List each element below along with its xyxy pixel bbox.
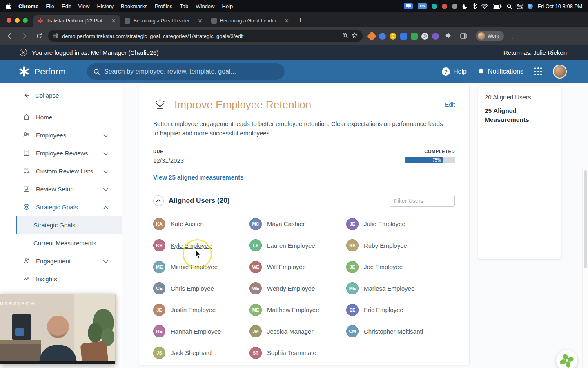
menubar-app-name[interactable]: Chrome [18,3,38,9]
minimize-window-button[interactable] [15,18,20,23]
close-window-button[interactable] [7,18,11,23]
user-item[interactable]: STSophia Teammate [249,347,346,359]
back-button[interactable] [4,30,16,42]
search-input[interactable] [104,68,278,75]
menubar-menu-window[interactable]: Window [196,3,214,9]
extension-icon-green[interactable] [411,33,418,40]
tab-close-icon[interactable]: ✕ [111,18,116,24]
menubar-clock[interactable]: Fri Oct 10 3:08 PM [538,3,582,9]
menubar-menu-edit[interactable]: Edit [62,3,71,9]
menubar-menu-bookmarks[interactable]: Bookmarks [121,3,147,9]
user-item[interactable]: CEChris Employee [153,282,249,294]
extension-icon-globe[interactable] [421,33,428,40]
user-item[interactable]: EEEric Employee [346,304,455,316]
tab-close-icon[interactable]: ✕ [198,18,203,24]
sidebar-item-engagement[interactable]: Engagement [0,252,122,270]
url-bar[interactable]: demo.perform.trakstar.com/strategic_goal… [48,30,363,42]
aligned-measurements-count[interactable]: 25 Aligned Measurements [485,106,534,125]
user-item[interactable]: WEWill Employee [249,261,346,273]
sidebar-item-employee-reviews[interactable]: Employee Reviews [0,144,122,162]
edit-goal-link[interactable]: Edit [445,101,455,108]
browser-menu-icon[interactable]: ⋮ [507,30,519,42]
control-center-icon[interactable] [517,4,523,9]
global-search[interactable] [87,63,285,80]
return-as-link[interactable]: Return as: Julie Rieken [503,49,567,56]
user-item[interactable]: KAKate Austen [153,218,249,230]
user-item[interactable]: CMChristopher Moltisanti [346,325,455,337]
browser-profile-chip[interactable]: Work [476,31,504,41]
zoom-page-icon[interactable] [342,32,348,40]
tab-trakstar-perform[interactable]: Trakstar Perform | 22 Platform ✕ [33,15,120,27]
extension-icon-orange[interactable] [367,31,376,41]
sidebar-item-strategic-goals[interactable]: Strategic Goals [0,198,122,216]
user-item[interactable]: LELauren Employee [249,239,346,251]
user-item[interactable]: RERuby Employee [346,239,455,251]
webcam-video-overlay[interactable]: MITRATECH [0,294,116,364]
sidebar-subitem-strategic-goals[interactable]: Strategic Goals [16,216,122,234]
spotlight-search-icon[interactable] [507,4,512,9]
sidebar-item-review-setup[interactable]: Review Setup [0,180,122,198]
user-item[interactable]: JEJulie Employee [346,218,455,230]
sidebar-item-insights[interactable]: Insights [0,270,122,288]
reload-button[interactable] [33,30,45,42]
menubar-menu-view[interactable]: View [78,3,89,9]
sidebar-subitem-current-measurements[interactable]: Current Measurements [16,234,122,252]
filter-users-input[interactable] [390,195,455,207]
menubar-menu-profiles[interactable]: Profiles [155,3,172,9]
red-app-icon[interactable] [442,4,447,9]
help-button[interactable]: ? Help [442,67,467,76]
fullscreen-window-button[interactable] [23,18,28,23]
extensions-puzzle-icon[interactable] [443,30,454,42]
tab-becoming-a-great-leader-2[interactable]: Becoming a Great Leader ✕ [207,15,293,27]
extension-icon-blue[interactable] [379,33,386,40]
user-avatar-menu[interactable] [553,65,567,79]
menubar-menu-tab[interactable]: Tab [180,3,188,9]
gray-app-icon[interactable] [452,4,457,9]
user-item[interactable]: MCMaya Cashier [249,218,346,230]
tab-becoming-a-great-leader-1[interactable]: Becoming a Great Leader ✕ [120,15,207,27]
trakstar-brand-button[interactable] [556,350,577,368]
user-item[interactable]: JEJustin Employee [153,304,249,316]
bluetooth-icon[interactable] [473,3,477,9]
extension-icon-docs[interactable] [400,33,407,40]
dark-mode-moon-icon[interactable] [462,3,468,9]
user-item[interactable]: JMJessica Manager [249,325,346,337]
page-scrollbar[interactable] [582,167,588,368]
notifications-button[interactable]: Notifications [477,68,523,76]
user-item[interactable]: WEWendy Employee [249,282,346,294]
menubar-menu-history[interactable]: History [97,3,113,9]
dismiss-impersonation-icon[interactable]: ✕ [20,49,27,56]
sidebar-item-home[interactable]: Home [0,108,122,126]
side-panel-icon[interactable] [458,30,469,42]
user-item[interactable]: MEMatthew Employee [249,304,346,316]
siri-icon[interactable] [528,4,533,9]
view-measurements-link[interactable]: View 25 aligned measurements [153,174,244,181]
teal-app-icon[interactable] [432,4,437,9]
sidebar-collapse-button[interactable]: Collapse [0,83,122,99]
tab-close-icon[interactable]: ✕ [284,18,289,24]
bookmark-star-icon[interactable] [352,32,358,40]
menubar-menu-help[interactable]: Help [222,3,233,9]
wifi-icon[interactable] [481,4,488,9]
url-text[interactable]: demo.perform.trakstar.com/strategic_goal… [62,33,339,39]
collapse-users-button[interactable] [153,195,164,206]
forward-button[interactable] [19,30,30,42]
apps-grid-icon[interactable] [534,67,542,76]
apple-icon[interactable] [6,3,11,9]
extension-icon-purple[interactable] [432,33,439,40]
battery-icon[interactable] [493,4,502,9]
screen-share-icon[interactable] [404,3,413,9]
sidebar-item-employees[interactable]: Employees [0,126,122,144]
menubar-menu-file[interactable]: File [46,3,54,9]
user-item[interactable]: JSJack Shephard [153,347,249,359]
site-settings-icon[interactable] [53,33,59,40]
extension-icon-yellow[interactable]: C [390,33,396,40]
zoom-app-icon[interactable]: zm [418,3,427,9]
sidebar-item-custom-review-lists[interactable]: Custom Review Lists [0,162,122,180]
user-item[interactable]: HEHannah Employee [153,325,249,337]
scrollbar-thumb[interactable] [584,170,587,268]
new-tab-button[interactable]: + [293,16,307,27]
user-item[interactable]: MEMariesa Employee [346,282,455,294]
perform-logo[interactable]: Perform [0,65,87,78]
user-item[interactable]: JEJoe Employee [346,261,455,273]
